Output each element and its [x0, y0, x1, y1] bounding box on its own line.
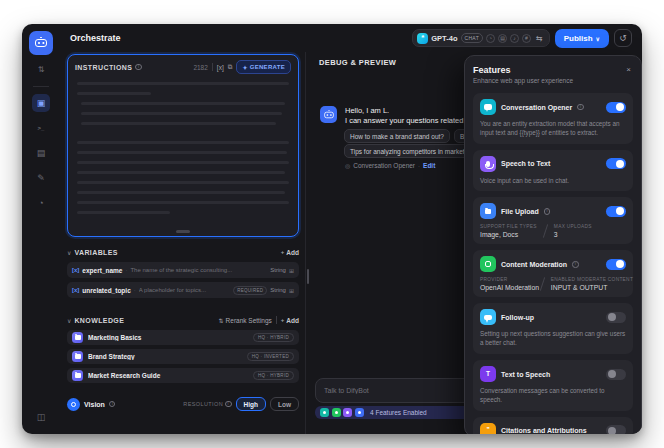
- variable-settings-icon[interactable]: ⊞: [289, 287, 294, 294]
- variable-name: expert_name: [82, 267, 122, 274]
- feature-toggle[interactable]: [606, 102, 626, 113]
- field-value: 3: [554, 231, 592, 238]
- feature-toggle[interactable]: [606, 259, 626, 270]
- add-knowledge-button[interactable]: + Add: [281, 317, 299, 324]
- feature-title: File Upload: [501, 208, 539, 215]
- insert-variable-icon[interactable]: [x]: [217, 64, 224, 71]
- close-icon[interactable]: ×: [626, 65, 631, 74]
- knowledge-badge: HQ · INVERTED: [247, 352, 294, 361]
- dot-separator: ·: [125, 267, 127, 273]
- field-value: Image, Docs: [480, 231, 537, 238]
- follow-up-chat-icon: [480, 309, 496, 325]
- rerank-icon: ⇅: [219, 317, 224, 324]
- feature-toggle[interactable]: [606, 425, 626, 434]
- sidebar-item-monitoring-icon[interactable]: ◔: [32, 194, 50, 212]
- feature-card-follow-up: Follow-up Setting up next questions sugg…: [473, 303, 633, 354]
- robot-icon: [35, 39, 47, 47]
- feature-desc: You are an entity extraction model that …: [480, 120, 626, 138]
- feature-title: Citations and Attributions: [501, 427, 587, 434]
- vision-eye-icon: [67, 398, 80, 411]
- chevron-down-icon: ∨: [596, 35, 600, 42]
- sidebar-item-prompt-log-icon[interactable]: >_: [32, 119, 50, 137]
- instructions-card[interactable]: INSTRUCTIONS i 2182 [x] ⧉ ✦ GENERATE: [67, 54, 299, 237]
- resolution-label: RESOLUTION: [183, 401, 223, 407]
- bot-avatar: [320, 106, 337, 123]
- bot-message-line: I can answer your questions related: [345, 116, 463, 125]
- feature-card-text-to-speech: T Text to Speech Conversation messages c…: [473, 360, 633, 411]
- history-icon[interactable]: ↺: [614, 29, 632, 47]
- sidebar-item-logs-icon[interactable]: ▤: [32, 144, 50, 162]
- moderation-icon: [480, 256, 496, 272]
- feature-toggle[interactable]: [606, 369, 626, 380]
- suggested-question-chip[interactable]: Tips for analyzing competitors in market: [344, 144, 471, 158]
- publish-button[interactable]: Publish ∨: [555, 29, 609, 48]
- opener-row: ◎ Conversation Opener · Edit: [345, 162, 435, 169]
- model-mode-badge: CHAT: [461, 33, 483, 43]
- knowledge-badge: HQ · HYBRID: [253, 333, 294, 342]
- variable-desc: The name of the strategic consulting...: [130, 267, 267, 273]
- sidebar-item-annotation-icon[interactable]: ✎: [32, 169, 50, 187]
- variable-icon: [x]: [72, 287, 79, 293]
- copy-icon[interactable]: ⧉: [228, 63, 233, 71]
- sidebar-divider: [33, 86, 49, 87]
- field-divider: [543, 225, 548, 239]
- info-icon: i: [544, 208, 551, 215]
- generate-label: GENERATE: [250, 64, 285, 70]
- sidebar-item-orchestrate[interactable]: ▣: [32, 94, 50, 112]
- field-label: PROVIDER: [480, 277, 534, 282]
- add-variable-button[interactable]: + Add: [281, 249, 299, 256]
- suggested-question-chip[interactable]: How to make a brand stand out?: [344, 129, 450, 143]
- field-divider: [540, 278, 545, 292]
- knowledge-item[interactable]: Brand Strategy HQ · INVERTED: [67, 349, 299, 364]
- variable-row[interactable]: [x] expert_name · The name of the strate…: [67, 262, 299, 278]
- rerank-settings-button[interactable]: ⇅ Rerank Settings: [219, 317, 272, 324]
- edit-opener-link[interactable]: Edit: [423, 162, 435, 169]
- variable-type: String: [270, 267, 286, 273]
- panel-divider: [305, 52, 306, 434]
- feature-card-content-moderation: Content Moderation i PROVIDER OpenAI Mod…: [473, 250, 633, 297]
- info-icon: i: [577, 104, 584, 111]
- knowledge-name: Market Research Guide: [88, 372, 248, 379]
- features-enabled-count: 4 Features Enabled: [370, 409, 427, 416]
- citation-quote-icon: ”: [480, 423, 496, 434]
- chevron-down-icon[interactable]: ∨: [67, 249, 71, 256]
- config-panel: INSTRUCTIONS i 2182 [x] ⧉ ✦ GENERATE: [66, 52, 306, 434]
- switch-app-icon[interactable]: ⇅: [32, 60, 50, 78]
- variable-row[interactable]: [x] unrelated_topic · A placeholder for …: [67, 282, 299, 298]
- field-value: OpenAI Moderation: [480, 284, 534, 291]
- feature-desc: Conversation messages can be converted t…: [480, 387, 626, 405]
- page: ⇅ ▣ >_ ▤ ✎ ◔ ◫ Orchestrate * GPT-4o CHAT…: [0, 0, 664, 448]
- field-label: SUPPORT FILE TYPES: [480, 224, 537, 229]
- resolution-high-button[interactable]: High: [236, 397, 266, 411]
- chat-bubble-icon: [480, 99, 496, 115]
- app-window: ⇅ ▣ >_ ▤ ✎ ◔ ◫ Orchestrate * GPT-4o CHAT…: [22, 24, 642, 434]
- feature-card-speech-to-text: Speech to Text Voice input can be used i…: [473, 150, 633, 192]
- resize-handle[interactable]: [176, 230, 190, 233]
- variable-settings-icon[interactable]: ⊞: [289, 267, 294, 274]
- capability-icon: ♪: [510, 34, 519, 43]
- instructions-text-skeleton[interactable]: [68, 78, 298, 214]
- robot-icon: [324, 111, 334, 117]
- char-count: 2182: [193, 64, 207, 71]
- feature-toggle[interactable]: [606, 158, 626, 169]
- chevron-down-icon[interactable]: ∨: [67, 317, 71, 324]
- resolution-low-button[interactable]: Low: [270, 397, 299, 411]
- app-logo-robot-icon[interactable]: [29, 31, 53, 55]
- field-value: INPUT & OUTPUT: [551, 284, 626, 291]
- knowledge-item[interactable]: Marketing Basics HQ · HYBRID: [67, 330, 299, 345]
- upload-mini-icon: [355, 408, 364, 417]
- model-params-icon[interactable]: ⇆: [536, 34, 543, 43]
- bot-message-line: Hello, I am L.: [345, 106, 389, 115]
- variable-desc: A placeholder for topics...: [139, 287, 230, 293]
- knowledge-item[interactable]: Market Research Guide HQ · HYBRID: [67, 368, 299, 383]
- feature-title: Follow-up: [501, 314, 534, 321]
- feature-toggle[interactable]: [606, 312, 626, 323]
- field-label: MAX UPLOADS: [554, 224, 592, 229]
- model-selector[interactable]: * GPT-4o CHAT ◔ ▤ ♪ # ⇆: [412, 29, 549, 47]
- collapse-panel-icon[interactable]: ◫: [32, 408, 50, 426]
- feature-toggle[interactable]: [606, 206, 626, 217]
- capability-icon: #: [522, 34, 531, 43]
- divider: [276, 316, 277, 324]
- generate-button[interactable]: ✦ GENERATE: [236, 60, 291, 74]
- dataset-folder-icon: [72, 370, 83, 381]
